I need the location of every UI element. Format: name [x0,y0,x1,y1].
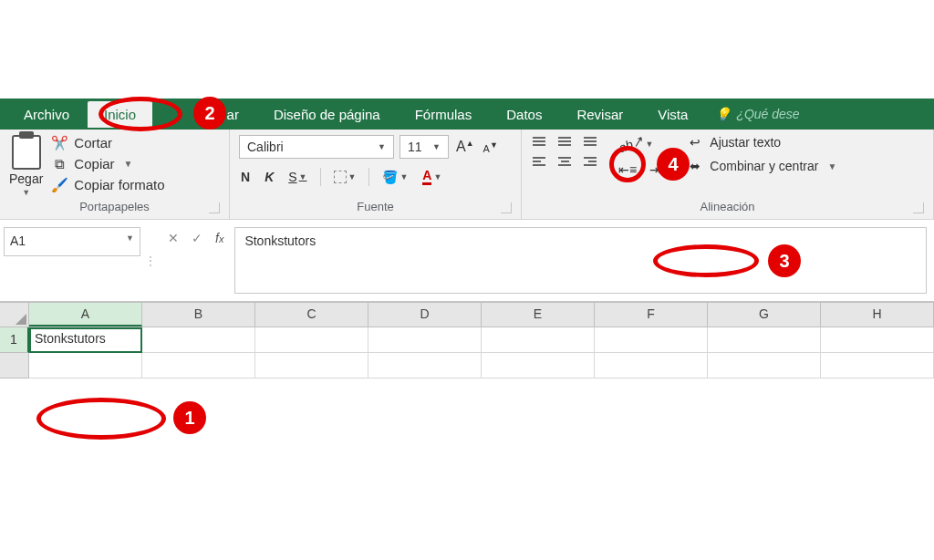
increase-font-button[interactable]: A▲ [454,137,476,157]
dialog-launcher-icon[interactable] [209,202,220,213]
align-middle-button[interactable] [556,135,573,148]
column-header[interactable]: B [142,303,255,327]
column-header[interactable]: G [708,303,821,327]
cell[interactable] [708,327,821,353]
cell[interactable] [482,353,595,379]
cell[interactable] [595,353,708,379]
annotation-badge-1: 1 [173,401,206,434]
align-bottom-button[interactable] [582,135,598,148]
bold-button[interactable]: N [239,168,252,186]
column-header[interactable]: H [821,303,934,327]
tab-formulas[interactable]: Fórmulas [399,101,489,128]
cell[interactable] [255,327,368,353]
cell[interactable] [29,353,142,379]
cell[interactable] [368,353,482,379]
column-header[interactable]: F [595,303,708,327]
tab-obscured[interactable]: ar [223,101,255,128]
tab-revisar[interactable]: Revisar [560,101,639,128]
tell-me[interactable]: 💡 ¿Qué dese [706,107,808,121]
cell[interactable] [708,353,821,379]
chevron-down-icon: ▼ [348,172,357,181]
font-size-value: 11 [408,140,422,154]
copy-button[interactable]: ⧉ Copiar ▼ [52,156,164,171]
cancel-formula-icon[interactable]: ✕ [168,231,179,245]
align-bottom-icon [584,137,597,146]
cell-a1[interactable]: Stonkstutors [29,327,142,353]
cell[interactable] [595,327,708,353]
fx-icon[interactable]: fx [215,231,223,245]
scissors-icon: ✂️ [52,136,67,150]
row-header[interactable] [0,353,29,379]
column-header[interactable]: E [482,303,595,327]
tab-inicio[interactable]: Inicio [88,101,152,128]
align-left-button[interactable] [531,155,547,168]
row-header[interactable]: 1 [0,327,29,353]
column-header[interactable]: A [29,303,142,327]
formula-bar: A1 ▼ ⋮ ✕ ✓ fx Stonkstutors [0,220,934,302]
dialog-launcher-icon[interactable] [501,202,512,213]
paste-button[interactable]: Pegar ▼ [9,135,43,197]
accept-formula-icon[interactable]: ✓ [192,231,202,245]
lightbulb-icon: 💡 [715,107,731,121]
tell-me-label: ¿Qué dese [736,107,799,121]
tab-vista[interactable]: Vista [641,101,704,128]
tab-archivo[interactable]: Archivo [7,101,86,128]
group-alignment-label: Alineación [531,197,924,217]
decrease-font-icon: A▼ [483,140,498,154]
font-color-button[interactable]: A ▼ [420,166,443,187]
column-header[interactable]: C [255,303,368,327]
copy-label: Copiar [74,156,114,171]
wrap-text-label: Ajustar texto [710,135,781,150]
font-name-combo[interactable]: Calibri ▼ [239,135,394,159]
dialog-launcher-icon[interactable] [913,202,924,213]
orientation-button[interactable]: ab↗ ▼ [617,135,669,153]
format-painter-button[interactable]: 🖌️ Copiar formato [52,177,164,192]
wrap-text-button[interactable]: ↩ Ajustar texto [688,135,836,150]
increase-indent-icon: ⇥≡ [649,162,668,177]
underline-label: S [288,170,296,184]
cell[interactable] [482,327,595,353]
cell[interactable] [142,327,255,353]
tab-datos[interactable]: Datos [490,101,558,128]
borders-button[interactable]: ▼ [332,169,358,185]
align-top-icon [533,137,545,146]
chevron-down-icon: ▼ [299,172,307,181]
align-top-button[interactable] [531,135,547,148]
chevron-down-icon: ▼ [374,142,389,151]
decrease-indent-icon: ⇤≡ [618,162,637,177]
select-all-corner[interactable] [0,303,29,327]
merge-center-button[interactable]: ⬌ Combinar y centrar ▼ [688,159,836,173]
chevron-down-icon: ▼ [22,188,30,197]
decrease-indent-button[interactable]: ⇤≡ [617,161,638,179]
clipboard-icon [12,135,41,170]
italic-button[interactable]: K [263,168,275,186]
font-size-combo[interactable]: 11 ▼ [400,135,449,159]
column-header[interactable]: D [368,303,482,327]
copy-icon: ⧉ [52,157,67,171]
orientation-icon: ab↗ [617,133,645,155]
cell[interactable] [821,353,934,379]
formula-value: Stonkstutors [244,233,316,248]
underline-button[interactable]: S ▼ [286,168,308,186]
align-center-button[interactable] [556,155,573,168]
fill-color-button[interactable]: 🪣 ▼ [380,168,410,186]
align-right-button[interactable] [582,155,598,168]
cell[interactable] [255,353,368,379]
decrease-font-button[interactable]: A▼ [482,139,500,156]
align-right-icon [584,157,597,166]
cut-button[interactable]: ✂️ Cortar [52,135,164,150]
tab-diseno-pagina[interactable]: Diseño de página [257,101,397,128]
formula-input[interactable]: Stonkstutors [234,227,927,294]
increase-font-icon: A▲ [456,139,474,155]
cell[interactable] [821,327,934,353]
paintbrush-icon: 🖌️ [52,178,67,192]
cell[interactable] [368,327,482,353]
chevron-down-icon: ▼ [433,172,441,181]
increase-indent-button[interactable]: ⇥≡ [648,161,669,179]
name-box-value: A1 [10,233,26,248]
name-box[interactable]: A1 ▼ [4,227,140,256]
chevron-down-icon: ▼ [827,161,836,171]
borders-icon [334,171,347,183]
group-clipboard-label: Portapapeles [9,197,220,217]
cell[interactable] [142,353,255,379]
